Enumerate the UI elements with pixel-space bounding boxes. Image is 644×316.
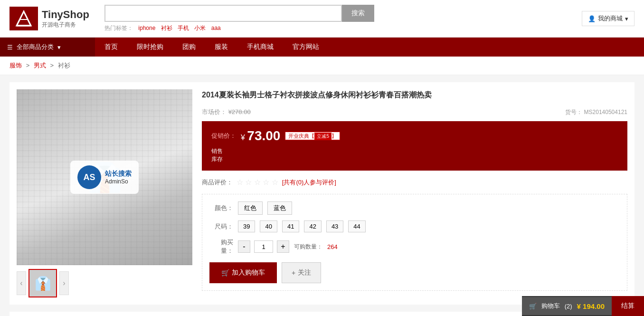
sales-row: 销售 xyxy=(211,147,618,155)
tag-shirt[interactable]: 衬衫 xyxy=(161,25,172,31)
nav-group[interactable]: 团购 xyxy=(173,38,205,57)
sku-label: 货号： xyxy=(565,109,582,115)
size-41[interactable]: 41 xyxy=(282,220,299,232)
size-label: 尺码： xyxy=(209,222,233,231)
main-product-image: 👔 AS 站长搜索 AdminSo xyxy=(17,89,192,265)
options-section: 颜色： 红色 蓝色 尺码： 39 40 41 42 43 44 购买量： xyxy=(202,194,627,291)
tag-phone[interactable]: 手机 xyxy=(178,25,189,31)
tag-iphone[interactable]: iphone xyxy=(138,25,155,31)
promo-badge-group: 开业庆典【立减5】 xyxy=(285,132,340,140)
qty-row: 购买量： - + 可购数量： 264 xyxy=(209,238,620,255)
rating-label: 商品评价： xyxy=(202,178,233,187)
action-row: 🛒 加入购物车 + 关注 xyxy=(209,262,620,283)
category-label: 全部商品分类 xyxy=(17,43,54,51)
image-placeholder: 👔 xyxy=(17,89,192,265)
color-red[interactable]: 红色 xyxy=(238,201,263,215)
rating-row: 商品评价： ☆ ☆ ☆ ☆ ☆ [共有(0)人参与评价] xyxy=(202,178,627,187)
nav-flash[interactable]: 限时抢购 xyxy=(127,38,173,57)
qty-label: 购买量： xyxy=(209,238,233,255)
logo-icon xyxy=(9,7,38,30)
qty-input[interactable] xyxy=(254,240,273,253)
promo-badge-text: 开业庆典 xyxy=(288,133,309,139)
category-menu[interactable]: ☰ 全部商品分类 ▾ xyxy=(0,38,95,57)
hot-tags: 热门标签： iphone 衬衫 手机 小米 aaa xyxy=(104,24,572,32)
avail-label: 可购数量： xyxy=(294,243,322,251)
fav-icon: + xyxy=(292,269,295,277)
breadcrumb: 服饰 > 男式 > 衬衫 xyxy=(0,57,644,75)
size-42[interactable]: 42 xyxy=(304,220,321,232)
size-40[interactable]: 40 xyxy=(260,220,277,232)
market-price-label: 市场价： xyxy=(202,108,227,115)
promo-label: 促销价： xyxy=(211,132,236,140)
stock-row: 库存 xyxy=(211,155,618,163)
cart-icon: 🛒 xyxy=(221,269,229,277)
market-price-row: 市场价： ¥278.00 xyxy=(202,108,251,116)
user-area[interactable]: 👤 我的商城 ▾ xyxy=(582,11,635,26)
nav-mobile[interactable]: 手机商城 xyxy=(237,38,283,57)
nav-clothing[interactable]: 服装 xyxy=(205,38,237,57)
logo-title: TinyShop xyxy=(42,9,89,21)
search-button[interactable]: 搜索 xyxy=(342,5,374,22)
size-39[interactable]: 39 xyxy=(238,220,255,232)
product-title: 2014夏装长袖男士格子衬衣拼接波点修身休闲衬衫衫青春百搭潮热卖 xyxy=(202,89,627,101)
bottom-bar: 🛒 购物车 (2) ¥ 194.00 结算 xyxy=(522,296,644,316)
cart-summary: 🛒 购物车 (2) ¥ 194.00 xyxy=(522,297,612,315)
breadcrumb-mens[interactable]: 男式 xyxy=(34,62,46,69)
nav-home[interactable]: 首页 xyxy=(95,38,127,57)
breadcrumb-clothing[interactable]: 服饰 xyxy=(9,62,22,69)
sep2: > xyxy=(50,62,55,69)
nav-links: 首页 限时抢购 团购 服装 手机商城 官方网站 xyxy=(95,38,644,57)
color-label: 颜色： xyxy=(209,204,233,212)
cart-bottom-label: 购物车 xyxy=(541,302,560,310)
svg-marker-0 xyxy=(17,11,31,26)
size-43[interactable]: 43 xyxy=(326,220,343,232)
thumbnail-1[interactable]: 👔 xyxy=(28,269,57,297)
promo-price-row: 促销价： ¥ 73.00 开业庆典【立减5】 xyxy=(211,128,618,144)
promo-yen: ¥ xyxy=(241,134,247,142)
market-price-value: ¥278.00 xyxy=(228,108,251,115)
rating-count: 共有(0)人参与评价 xyxy=(284,179,334,186)
size-44[interactable]: 44 xyxy=(348,220,365,232)
main-content: 👔 AS 站长搜索 AdminSo ‹ 👔 › xyxy=(0,75,644,316)
avail-num: 264 xyxy=(327,243,338,250)
logo: TinyShop 开源电子商务 xyxy=(9,7,95,30)
sku-value: MS20140504121 xyxy=(584,109,627,115)
stock-label: 库存 xyxy=(211,155,223,163)
search-input[interactable] xyxy=(104,5,342,22)
size-row: 尺码： 39 40 41 42 43 44 xyxy=(209,220,620,232)
product-details: 2014夏装长袖男士格子衬衣拼接波点修身休闲衬衫衫青春百搭潮热卖 市场价： ¥2… xyxy=(202,89,627,297)
cart-amount: ¥ 194.00 xyxy=(577,302,605,310)
nav-official[interactable]: 官方网站 xyxy=(283,38,329,57)
rating-link[interactable]: [共有(0)人参与评价] xyxy=(282,178,336,187)
sales-label: 销售 xyxy=(211,147,223,155)
qty-minus-btn[interactable]: - xyxy=(238,240,250,253)
stars: ☆ ☆ ☆ ☆ ☆ xyxy=(237,178,278,187)
logo-subtitle: 开源电子商务 xyxy=(42,21,89,29)
color-blue[interactable]: 蓝色 xyxy=(267,201,292,215)
thumb-next[interactable]: › xyxy=(59,271,69,295)
nav-bar: ☰ 全部商品分类 ▾ 首页 限时抢购 团购 服装 手机商城 官方网站 xyxy=(0,38,644,57)
fav-btn-label: 关注 xyxy=(298,268,311,277)
product-meta: 市场价： ¥278.00 货号： MS20140504121 xyxy=(202,108,627,116)
favorite-button[interactable]: + 关注 xyxy=(282,262,321,283)
dropdown-icon: ▾ xyxy=(625,15,628,22)
product-layout: 👔 AS 站长搜索 AdminSo ‹ 👔 › xyxy=(9,82,635,305)
promo-box: 促销价： ¥ 73.00 开业庆典【立减5】 销售 库存 xyxy=(202,121,627,171)
qty-plus-btn[interactable]: + xyxy=(277,240,289,253)
qty-controls: - + xyxy=(238,240,289,253)
promo-badge-inner: 立减5 xyxy=(314,133,331,140)
tag-aaa[interactable]: aaa xyxy=(211,25,221,31)
user-icon: 👤 xyxy=(588,15,596,22)
header: TinyShop 开源电子商务 搜索 热门标签： iphone 衬衫 手机 小米… xyxy=(0,0,644,38)
category-arrow: ▾ xyxy=(57,44,61,51)
promo-badge: 开业庆典【立减5】 xyxy=(285,132,340,140)
add-to-cart-button[interactable]: 🛒 加入购物车 xyxy=(209,262,277,283)
hot-label: 热门标签： xyxy=(104,25,133,31)
search-row: 搜索 xyxy=(104,5,572,22)
tag-xiaomi[interactable]: 小米 xyxy=(194,25,206,31)
cart-count: (2) xyxy=(565,303,572,310)
sku-row: 货号： MS20140504121 xyxy=(565,108,627,116)
search-area: 搜索 热门标签： iphone 衬衫 手机 小米 aaa xyxy=(104,5,572,32)
thumb-prev[interactable]: ‹ xyxy=(17,271,26,295)
checkout-button[interactable]: 结算 xyxy=(612,296,644,316)
